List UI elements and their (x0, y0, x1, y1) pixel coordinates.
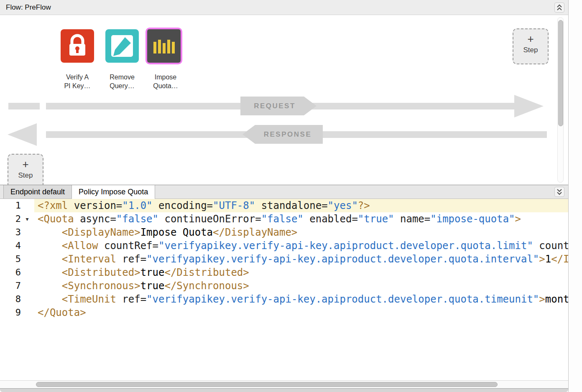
code-text[interactable]: <Synchronous>true</Synchronous> (34, 279, 568, 293)
code-token: "yes" (328, 200, 358, 211)
code-line[interactable]: 9</Quota> (0, 306, 568, 319)
fold-toggle-icon[interactable]: ▾ (21, 212, 33, 226)
code-token: </Distributed> (164, 267, 249, 278)
code-token: "verifyapikey.verify-api-key.apiproduct.… (146, 293, 539, 305)
flow-header: Flow: PreFlow (0, 0, 568, 15)
code-line[interactable]: 1<?xml version="1.0" encoding="UTF-8" st… (0, 199, 568, 212)
chevrons-up-icon (556, 4, 562, 11)
line-number-gutter: 4 (0, 239, 34, 252)
scrollbar-thumb[interactable] (558, 20, 563, 126)
request-label-text: REQUEST (254, 102, 296, 110)
code-token (38, 253, 62, 265)
line-number: 5 (0, 252, 21, 266)
line-number-gutter: 7 (0, 279, 34, 293)
add-step-button-response[interactable]: + Step (8, 154, 43, 185)
code-text[interactable]: </Quota> (34, 306, 568, 319)
tab-label: Policy Impose Quota (79, 188, 148, 196)
plus-icon: + (8, 158, 43, 171)
code-line[interactable]: 7 <Synchronous>true</Synchronous> (0, 279, 568, 293)
code-token: "impose-quota" (430, 213, 515, 225)
line-number-gutter: 1 (0, 199, 34, 212)
pencil-icon (105, 29, 139, 63)
code-token (38, 267, 62, 278)
response-label-text: RESPONSE (264, 130, 311, 139)
code-token: "true" (358, 213, 394, 225)
collapse-editor-button[interactable] (554, 187, 564, 197)
code-token: version= (74, 200, 123, 211)
policy-label-remove-query: Remove Query… (99, 73, 145, 90)
line-number: 6 (0, 266, 21, 279)
code-line[interactable]: 2▾<Quota async="false" continueOnError="… (0, 212, 568, 226)
editor-horizontal-scrollbar[interactable] (0, 380, 568, 388)
step-button-label: Step (513, 46, 548, 54)
policy-label-line: Impose (143, 73, 189, 81)
code-line[interactable]: 3 <DisplayName>Impose Quota</DisplayName… (0, 226, 568, 239)
collapse-flow-button[interactable] (554, 3, 564, 13)
code-token: "verifyapikey.verify-api-key.apiproduct.… (158, 240, 533, 252)
code-line[interactable]: 8 <TimeUnit ref="verifyapikey.verify-api… (0, 293, 568, 306)
policy-remove-query[interactable] (105, 29, 139, 63)
code-token: </Quota> (38, 307, 86, 318)
code-token: "false" (116, 213, 158, 225)
code-text[interactable]: <?xml version="1.0" encoding="UTF-8" sta… (34, 199, 568, 212)
code-token: <Synchronous> (62, 280, 140, 292)
code-token: <Interval (62, 253, 116, 265)
policy-verify-api-key[interactable] (61, 29, 94, 63)
line-number-gutter: 3 (0, 226, 34, 239)
screen: Flow: PreFlow Verify A PI Key… (0, 0, 582, 392)
code-token: count (533, 240, 568, 252)
code-line[interactable]: 4 <Allow countRef="verifyapikey.verify-a… (0, 239, 568, 252)
code-text[interactable]: <Quota async="false" continueOnError="fa… (34, 212, 568, 226)
code-token (38, 293, 62, 305)
line-number: 8 (0, 293, 21, 306)
tab-policy-impose-quota[interactable]: Policy Impose Quota (72, 185, 155, 199)
tab-label: Endpoint default (10, 188, 65, 196)
policy-label-impose-quota: Impose Quota… (143, 73, 189, 90)
code-token: <Quota (38, 213, 74, 225)
code-token: > (515, 213, 521, 225)
code-token: name= (394, 213, 431, 225)
fold-spacer (21, 199, 33, 212)
code-token: > (539, 253, 545, 265)
flow-panel-title: Flow: PreFlow (6, 0, 51, 15)
tab-endpoint-default[interactable]: Endpoint default (3, 185, 72, 199)
window-right-edge (568, 0, 582, 392)
policy-label-line: Query… (99, 81, 145, 90)
line-number-gutter: 5 (0, 252, 34, 266)
code-token: </I (551, 253, 568, 265)
code-line[interactable]: 6 <Distributed>true</Distributed> (0, 266, 568, 279)
code-token: async= (74, 213, 116, 225)
lock-icon (61, 29, 94, 63)
line-number: 7 (0, 279, 21, 293)
request-bar-segment (8, 103, 40, 109)
code-text[interactable]: <Distributed>true</Distributed> (34, 266, 568, 279)
code-text[interactable]: <Allow countRef="verifyapikey.verify-api… (34, 239, 568, 252)
policy-impose-quota-selected[interactable] (146, 28, 182, 64)
code-token: <Distributed> (62, 267, 140, 278)
code-text[interactable]: <DisplayName>Impose Quota</DisplayName> (34, 226, 568, 239)
code-token: true (140, 267, 165, 278)
add-step-button-request[interactable]: + Step (513, 28, 549, 64)
policy-label-line: Quota… (143, 81, 189, 90)
policy-label-verify-api-key: Verify A PI Key… (54, 73, 100, 90)
line-number-gutter: 8 (0, 293, 34, 306)
code-token: <DisplayName> (62, 227, 140, 238)
fold-spacer (21, 279, 33, 293)
flow-vertical-scrollbar[interactable] (557, 17, 564, 183)
app-window: Flow: PreFlow Verify A PI Key… (0, 0, 568, 388)
code-token: standalone= (255, 200, 327, 211)
policy-label-line: PI Key… (54, 81, 100, 90)
line-number-gutter: 6 (0, 266, 34, 279)
scrollbar-thumb[interactable] (36, 382, 498, 387)
code-token: "false" (261, 213, 304, 225)
fold-spacer (21, 306, 33, 319)
code-text[interactable]: <Interval ref="verifyapikey.verify-api-k… (34, 252, 568, 266)
line-number-gutter: 2▾ (0, 212, 34, 226)
quota-bars-icon (147, 29, 181, 63)
code-line[interactable]: 5 <Interval ref="verifyapikey.verify-api… (0, 252, 568, 266)
code-text[interactable]: <TimeUnit ref="verifyapikey.verify-api-k… (34, 293, 568, 306)
policy-impose-quota[interactable] (147, 29, 181, 63)
code-editor[interactable]: 1<?xml version="1.0" encoding="UTF-8" st… (0, 199, 568, 388)
code-token: "verifyapikey.verify-api-key.apiproduct.… (146, 253, 539, 265)
code-token: ref= (116, 293, 146, 305)
